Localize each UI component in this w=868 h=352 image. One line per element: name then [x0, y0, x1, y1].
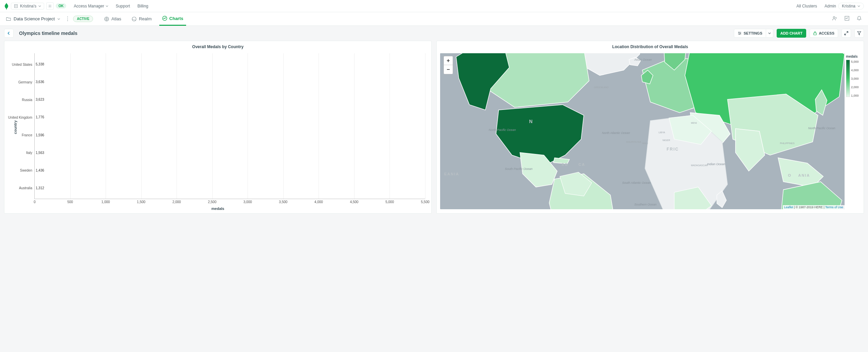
add-chart-button[interactable]: ADD CHART [777, 29, 806, 38]
user-menu[interactable]: Kristina [838, 3, 864, 9]
settings-button[interactable]: SETTINGS [734, 29, 766, 38]
filter-button[interactable] [854, 29, 864, 38]
x-tick-label: 4,000 [314, 200, 323, 204]
caret-down-icon [768, 32, 771, 35]
zoom-out-button[interactable]: − [444, 65, 453, 74]
bar-chart-title: Overall Medals by Country [4, 41, 431, 51]
bell-icon[interactable] [856, 16, 862, 22]
org-selector[interactable]: Kristina's [11, 3, 44, 9]
zoom-in-button[interactable]: + [444, 56, 453, 65]
map-attribution: Leaflet | © 1987-2019 HERE | Terms of Us… [783, 205, 845, 209]
svg-point-5 [50, 5, 51, 6]
nav-atlas[interactable]: Atlas [101, 12, 124, 26]
map-chart-title: Location Distribution of Overall Medals [437, 41, 864, 51]
legend-tick: 2,000 [851, 85, 859, 89]
fullscreen-button[interactable] [842, 29, 851, 38]
nav-charts[interactable]: Charts [159, 12, 186, 26]
map-chart-card: Location Distribution of Overall Medals [436, 41, 864, 214]
leaflet-link[interactable]: Leaflet [784, 206, 793, 209]
bar-value-label: 5,338 [36, 62, 44, 66]
page-title: Olympics timeline medals [19, 31, 77, 36]
x-tick-label: 0 [34, 200, 36, 204]
filter-icon [857, 31, 861, 35]
chevron-left-icon [7, 32, 11, 35]
map-zoom-control: + − [444, 56, 453, 74]
legend-tick: 3,000 [851, 77, 859, 80]
bar-category-label: Germany [18, 80, 32, 84]
bar-value-label: 1,776 [36, 115, 44, 119]
folder-icon [6, 17, 11, 21]
all-clusters-link[interactable]: All Clusters [796, 4, 817, 8]
support-link[interactable]: Support [116, 4, 130, 8]
caret-down-icon [38, 5, 41, 7]
terms-link[interactable]: Terms of Use [825, 206, 843, 209]
expand-icon [844, 31, 848, 35]
x-tick-label: 5,000 [385, 200, 394, 204]
bar-value-label: 1,312 [36, 186, 44, 190]
legend-tick: 5,000 [851, 60, 859, 63]
bar-value-label: 1,436 [36, 169, 44, 172]
active-badge: ACTIVE [73, 16, 93, 22]
bar-row: Russia3,623 [34, 93, 44, 106]
x-tick-label: 1,500 [137, 200, 145, 204]
bar-value-label: 3,623 [36, 98, 44, 101]
activity-icon[interactable] [844, 16, 850, 22]
bar-row: Italy1,563 [34, 146, 44, 159]
x-tick-label: 4,500 [350, 200, 358, 204]
x-tick-label: 500 [67, 200, 73, 204]
mongodb-leaf-icon [4, 4, 9, 8]
back-button[interactable] [4, 29, 14, 38]
bar-row: Sweden1,436 [34, 164, 44, 177]
bar-category-label: Italy [26, 151, 32, 155]
legend-tick: 4,000 [851, 69, 859, 72]
invite-icon[interactable] [832, 16, 837, 22]
x-tick-label: 3,500 [279, 200, 287, 204]
bar-category-label: United States [12, 62, 32, 66]
svg-point-12 [740, 33, 741, 34]
x-tick-label: 1,000 [102, 200, 110, 204]
org-settings-button[interactable] [46, 2, 54, 10]
bar-chart-card: Overall Medals by Country country medals… [4, 41, 432, 214]
caret-down-icon [857, 5, 860, 7]
bar-value-label: 1,596 [36, 133, 44, 137]
bar-category-label: France [22, 133, 32, 137]
map-area[interactable]: Arctic Ocean North Pacific Ocean North P… [440, 53, 845, 209]
bar-category-label: Australia [19, 186, 32, 190]
settings-button-group: SETTINGS [734, 29, 773, 38]
x-tick-label: 3,000 [243, 200, 252, 204]
choropleth-map [440, 53, 845, 209]
x-tick-label: 2,500 [208, 200, 216, 204]
access-manager-link[interactable]: Access Manager [74, 4, 108, 8]
bar-category-label: Sweden [20, 169, 32, 172]
bar-row: Australia1,312 [34, 181, 44, 194]
bar-row: United Kingdom1,776 [34, 111, 44, 124]
svg-point-7 [132, 17, 136, 21]
legend-title: medals [846, 55, 861, 58]
svg-point-13 [739, 34, 740, 35]
svg-rect-10 [845, 16, 849, 20]
svg-rect-2 [16, 5, 17, 6]
caret-down-icon [106, 5, 108, 7]
billing-link[interactable]: Billing [138, 4, 148, 8]
gear-icon [48, 4, 52, 8]
legend-tick: 1,000 [851, 94, 859, 97]
map-legend: medals 5,0004,0003,0002,0001,000 [846, 55, 861, 97]
settings-dropdown[interactable] [766, 29, 773, 38]
admin-link[interactable]: Admin [825, 4, 836, 8]
org-name: Kristina's [20, 4, 36, 8]
nav-realm[interactable]: Realm [129, 12, 155, 26]
bar-value-label: 3,636 [36, 80, 44, 84]
svg-rect-14 [814, 33, 816, 35]
atlas-icon [104, 16, 109, 22]
legend-gradient [846, 60, 850, 97]
x-axis-label: medals [212, 207, 224, 211]
bar-row: France1,596 [34, 129, 44, 141]
svg-point-9 [833, 17, 835, 18]
access-button[interactable]: ACCESS [810, 29, 838, 38]
settings-icon [738, 31, 742, 35]
project-selector[interactable]: Data Science Project [6, 16, 60, 21]
x-tick-label: 2,000 [173, 200, 181, 204]
bar-row: Germany3,636 [34, 76, 44, 89]
charts-icon [162, 16, 167, 21]
bar-row: United States5,338 [34, 58, 44, 71]
